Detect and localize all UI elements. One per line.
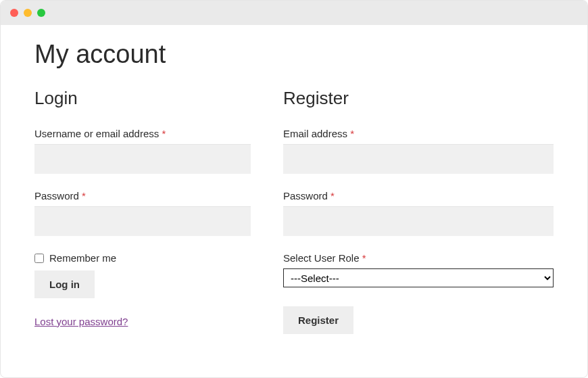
remember-me-checkbox[interactable] xyxy=(34,254,44,263)
required-mark: * xyxy=(330,190,335,202)
register-email-field: Email address * xyxy=(283,128,554,174)
register-section: Register Email address * Password * xyxy=(283,88,554,334)
minimize-icon[interactable] xyxy=(24,9,32,17)
login-username-input[interactable] xyxy=(34,144,251,174)
login-password-input[interactable] xyxy=(34,206,251,236)
login-section: Login Username or email address * Passwo… xyxy=(34,88,251,334)
maximize-icon[interactable] xyxy=(37,9,45,17)
required-mark: * xyxy=(162,128,166,139)
register-password-input[interactable] xyxy=(283,206,554,236)
app-window: My account Login Username or email addre… xyxy=(0,0,588,378)
register-role-select[interactable]: ---Select--- xyxy=(283,268,554,287)
login-heading: Login xyxy=(34,88,251,109)
login-username-field: Username or email address * xyxy=(34,128,251,174)
required-mark: * xyxy=(362,252,366,264)
required-mark: * xyxy=(350,128,354,139)
register-role-field: Select User Role * ---Select--- xyxy=(283,252,554,287)
register-email-label: Email address * xyxy=(283,128,554,139)
register-email-input[interactable] xyxy=(283,144,554,174)
remember-me-label: Remember me xyxy=(49,252,116,264)
login-button[interactable]: Log in xyxy=(34,270,95,298)
lost-password-link[interactable]: Lost your password? xyxy=(34,316,128,327)
register-role-label: Select User Role * xyxy=(283,252,554,264)
remember-me-row: Remember me xyxy=(34,252,251,264)
login-password-label: Password * xyxy=(34,190,251,202)
register-password-label: Password * xyxy=(283,190,554,202)
login-username-label: Username or email address * xyxy=(34,128,251,139)
login-password-field: Password * xyxy=(34,190,251,236)
register-button[interactable]: Register xyxy=(283,306,353,334)
forms-container: Login Username or email address * Passwo… xyxy=(34,88,554,334)
page-content: My account Login Username or email addre… xyxy=(1,25,587,354)
required-mark: * xyxy=(82,190,86,202)
window-titlebar xyxy=(1,1,587,25)
register-password-field: Password * xyxy=(283,190,554,236)
close-icon[interactable] xyxy=(10,9,18,17)
page-title: My account xyxy=(34,40,554,69)
register-heading: Register xyxy=(283,88,554,109)
